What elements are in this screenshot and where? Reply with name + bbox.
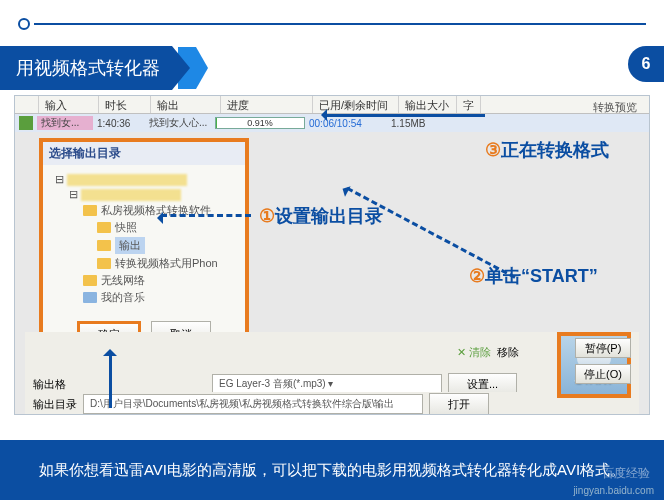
cell-output: 找到女人心... [145, 116, 215, 130]
annotation-3: ③正在转换格式 [485, 138, 609, 162]
tree-item-selected[interactable]: 输出 [51, 237, 237, 254]
col-check [15, 96, 39, 113]
cell-duration: 1:40:36 [93, 118, 145, 129]
divider-line [34, 23, 646, 25]
annot-num: ① [259, 206, 275, 226]
dir-field[interactable]: D:\用户目录\Documents\私房视频\私房视频格式转换软件综合版\输出 [83, 394, 423, 414]
tree-item[interactable]: 快照 [51, 220, 237, 235]
annot-num: ② [469, 266, 485, 286]
annotation-2: ②单击“START” [469, 264, 598, 288]
clear-label: 清除 [469, 346, 491, 358]
tree-label: 我的音乐 [101, 290, 145, 305]
tree-item[interactable]: 转换视频格式用Phon [51, 256, 237, 271]
preview-label: 转换预览 [593, 100, 637, 115]
top-divider [18, 18, 646, 30]
title-bar: 用视频格式转化器 [0, 46, 208, 90]
page-number-badge: 6 [628, 46, 664, 82]
divider-dot [18, 18, 30, 30]
tree-item[interactable]: 我的音乐 [51, 290, 237, 305]
dialog-tree[interactable]: ⊟ ⊟ 私房视频格式转换软件 快照 输出 转换视频格式用Phon 无线网络 我的… [43, 165, 245, 313]
slide-caption: 如果你想看迅雷AVI电影的高清版，可以把下载的电影用视频格式转化器转化成AVI格… [0, 440, 664, 500]
slide-title: 用视频格式转化器 [0, 46, 190, 90]
folder-icon [83, 275, 97, 286]
app-screenshot: 输入 时长 输出 进度 已用/剩余时间 输出大小 字 找到女... 1:40:3… [14, 95, 650, 415]
cell-size: 1.15MB [387, 118, 429, 129]
clear-button[interactable]: ✕ 清除 [457, 345, 491, 360]
tree-label: 快照 [115, 220, 137, 235]
col-progress: 进度 [221, 96, 313, 113]
annot-text: 正在转换格式 [501, 140, 609, 160]
music-folder-icon [83, 292, 97, 303]
folder-dialog[interactable]: 选择输出目录 ⊟ ⊟ 私房视频格式转换软件 快照 输出 转换视频格式用Phon … [39, 138, 249, 353]
progress-text: 0.91% [216, 118, 304, 128]
remove-button[interactable]: 移除 [497, 345, 519, 360]
stop-button[interactable]: 停止(O) [575, 364, 631, 384]
watermark-url: jingyan.baidu.com [573, 485, 654, 496]
arrow-3 [325, 114, 485, 117]
col-input: 输入 [39, 96, 99, 113]
pause-button[interactable]: 暂停(P) [575, 338, 631, 358]
annot-text: 设置输出目录 [275, 206, 383, 226]
blurred-item [67, 174, 187, 186]
format-label: 输出格 [33, 377, 66, 392]
annot-text: 单击“START” [485, 266, 598, 286]
col-duration: 时长 [99, 96, 151, 113]
col-extra: 字 [457, 96, 481, 113]
folder-icon [97, 258, 111, 269]
row-checkbox[interactable] [19, 116, 33, 130]
watermark-logo: 百度经验 [602, 465, 650, 482]
dir-label: 输出目录 [33, 397, 77, 412]
tree-label: 输出 [115, 237, 145, 254]
progress-bar: 0.91% [215, 117, 305, 129]
blurred-item [81, 189, 181, 201]
arrow-up [109, 356, 112, 408]
open-button[interactable]: 打开 [429, 393, 489, 416]
dialog-title: 选择输出目录 [43, 142, 245, 165]
tree-label: 转换视频格式用Phon [115, 256, 218, 271]
arrowhead-up [103, 342, 117, 356]
tree-toggle-icon[interactable]: ⊟ [69, 188, 78, 201]
format-select[interactable]: EG Layer-3 音频(*.mp3) ▾ [212, 374, 442, 394]
folder-icon [97, 222, 111, 233]
col-size: 输出大小 [399, 96, 457, 113]
tree-item[interactable]: 无线网络 [51, 273, 237, 288]
arrow-1 [161, 214, 251, 217]
col-output: 输出 [151, 96, 221, 113]
table-header: 输入 时长 输出 进度 已用/剩余时间 输出大小 字 [15, 96, 649, 114]
annot-num: ③ [485, 140, 501, 160]
annotation-1: ①设置输出目录 [259, 204, 383, 228]
tree-toggle-icon[interactable]: ⊟ [55, 173, 64, 186]
dir-row: 输出目录 D:\用户目录\Documents\私房视频\私房视频格式转换软件综合… [25, 392, 639, 415]
tree-label: 无线网络 [101, 273, 145, 288]
folder-icon [97, 240, 111, 251]
format-value: EG Layer-3 音频(*.mp3) [219, 378, 326, 389]
cell-input: 找到女... [37, 116, 93, 130]
folder-icon [83, 205, 97, 216]
